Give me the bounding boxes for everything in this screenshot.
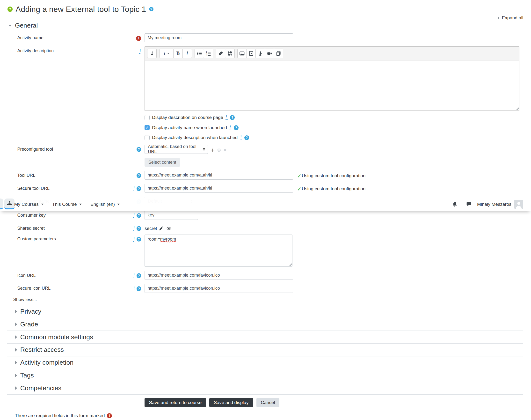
preconfigured-tool-select[interactable]: Automatic, based on tool URL: [145, 145, 208, 154]
display-description-checkbox-row: Display description on course page ! ?: [145, 115, 523, 120]
chevron-down-icon: [79, 204, 82, 205]
display-name-launched-checkbox[interactable]: [145, 125, 150, 130]
collapse-toolbar-icon[interactable]: [147, 49, 157, 58]
section-general[interactable]: General: [8, 22, 523, 29]
help-icon[interactable]: ?: [136, 237, 141, 242]
chevron-right-icon: [498, 16, 500, 20]
save-return-button[interactable]: Save and return to course: [145, 398, 206, 407]
help-icon[interactable]: ?: [136, 226, 141, 231]
chevron-right-icon: [15, 374, 17, 377]
link-icon[interactable]: [216, 49, 225, 58]
required-icon: !: [136, 36, 141, 41]
activity-description-label: Activity description: [17, 48, 54, 53]
chevron-right-icon: [15, 310, 17, 313]
expand-all-link[interactable]: Expand all: [498, 15, 523, 21]
activity-name-input[interactable]: [145, 33, 293, 42]
page-header: Adding a new External tool to Topic 1 ?: [7, 5, 523, 14]
external-tool-icon: [7, 7, 13, 12]
help-icon[interactable]: ?: [234, 125, 238, 130]
media-icon[interactable]: [247, 49, 256, 58]
bold-icon[interactable]: B: [173, 49, 183, 58]
help-icon[interactable]: ?: [136, 186, 141, 191]
icon-url-label: Icon URL: [17, 273, 36, 278]
chevron-right-icon: [15, 361, 17, 364]
nav-this-course[interactable]: This Course: [52, 202, 82, 207]
icon-url-row: Icon URL !?: [7, 271, 523, 280]
ordered-list-icon[interactable]: 123: [204, 49, 213, 58]
nav-language[interactable]: English (en): [90, 202, 120, 207]
display-description-checkbox[interactable]: [145, 115, 150, 120]
user-name[interactable]: Mihály Mészáros: [477, 202, 511, 207]
sitemap-icon: [7, 201, 12, 206]
add-tool-icon[interactable]: +: [211, 148, 214, 152]
italic-icon[interactable]: I: [182, 49, 192, 58]
secure-tool-url-input[interactable]: [145, 184, 293, 193]
edit-pencil-icon[interactable]: [159, 226, 164, 231]
paragraph-styles-icon[interactable]: i: [160, 49, 174, 58]
help-icon[interactable]: ?: [136, 273, 141, 278]
custom-parameters-label: Custom parameters: [17, 237, 56, 241]
notifications-bell-icon[interactable]: [452, 201, 458, 207]
section-privacy[interactable]: Privacy: [7, 305, 523, 318]
advanced-marker-icon: !: [133, 273, 135, 278]
help-icon[interactable]: ?: [149, 7, 153, 11]
display-desc-launched-checkbox[interactable]: [145, 135, 150, 140]
checkbox-label: Display activity description when launch…: [152, 135, 237, 140]
custom-parameters-textarea[interactable]: room=myroom: [145, 235, 293, 267]
eye-icon[interactable]: [166, 226, 171, 231]
misspelled-word: myroom: [160, 237, 176, 241]
advanced-marker-icon: !: [133, 286, 135, 291]
help-icon[interactable]: ?: [136, 173, 141, 178]
record-video-icon[interactable]: [265, 49, 274, 58]
section-tags[interactable]: Tags: [7, 369, 523, 382]
section-competencies[interactable]: Competencies: [7, 382, 523, 395]
unordered-list-icon[interactable]: [194, 49, 204, 58]
chevron-right-icon: [15, 323, 17, 326]
editor-text-area[interactable]: [145, 60, 519, 110]
image-icon[interactable]: [237, 49, 247, 58]
collapsed-sections: Privacy Grade Common module settings Res…: [7, 305, 523, 395]
edit-tool-gear-icon: [217, 148, 221, 152]
show-less-link[interactable]: Show less...: [13, 297, 523, 302]
nav-tab-sitemap[interactable]: [4, 198, 15, 210]
check-icon: ✓: [297, 186, 301, 192]
nav-my-courses[interactable]: My Courses: [14, 202, 44, 207]
select-arrows-icon: [203, 148, 205, 151]
advanced-marker-icon: !: [133, 213, 135, 218]
secure-icon-url-row: Secure icon URL !?: [7, 284, 523, 293]
consumer-key-input[interactable]: [145, 210, 198, 220]
record-audio-icon[interactable]: [255, 49, 265, 58]
display-desc-launched-checkbox-row: Display activity description when launch…: [145, 135, 523, 140]
chevron-down-icon: [8, 25, 12, 27]
avatar[interactable]: [514, 200, 523, 209]
section-restrict-access[interactable]: Restrict access: [7, 343, 523, 356]
help-icon[interactable]: ?: [136, 147, 141, 152]
advanced-marker-icon: !: [225, 115, 227, 120]
save-display-button[interactable]: Save and display: [209, 398, 253, 407]
icon-url-input[interactable]: [145, 271, 293, 280]
tool-url-input[interactable]: [145, 171, 293, 180]
chevron-right-icon: [15, 386, 17, 390]
secure-icon-url-input[interactable]: [145, 284, 293, 293]
help-icon[interactable]: ?: [136, 213, 141, 218]
resize-handle[interactable]: [288, 263, 292, 266]
preconfigured-tool-row: Preconfigured tool ? Automatic, based on…: [7, 145, 523, 167]
shared-secret-value: secret: [145, 226, 157, 231]
section-grade[interactable]: Grade: [7, 318, 523, 330]
secure-tool-url-label: Secure tool URL: [17, 186, 50, 191]
section-activity-completion[interactable]: Activity completion: [7, 356, 523, 369]
help-icon[interactable]: ?: [230, 115, 235, 120]
unlink-icon[interactable]: [225, 49, 235, 58]
help-icon[interactable]: ?: [136, 286, 141, 291]
nav-tab-partial[interactable]: [0, 198, 3, 210]
section-common-module-settings[interactable]: Common module settings: [7, 330, 523, 343]
resize-handle[interactable]: [515, 107, 519, 110]
messages-chat-icon[interactable]: [466, 201, 472, 207]
manage-files-icon[interactable]: [274, 49, 283, 58]
activity-description-row: Activity description ! i B I: [7, 46, 523, 111]
help-icon[interactable]: ?: [244, 135, 249, 140]
secure-tool-url-status: ✓ Using custom tool configuration.: [297, 184, 367, 192]
cancel-button[interactable]: Cancel: [256, 398, 280, 407]
secure-tool-url-row: Secure tool URL !? ✓ Using custom tool c…: [7, 184, 523, 193]
select-content-button[interactable]: Select content: [145, 158, 180, 166]
